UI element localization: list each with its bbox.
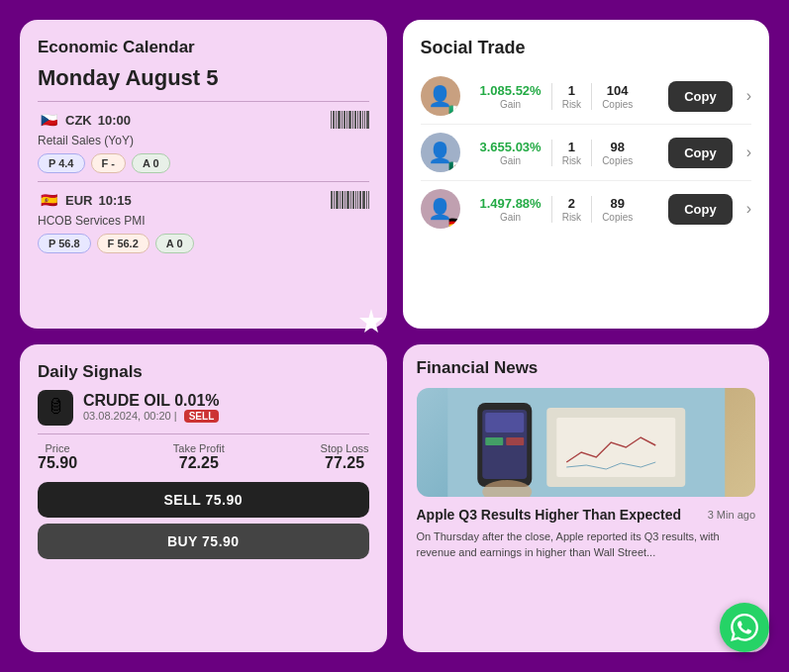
economic-calendar-date: Monday August 5 <box>38 65 369 91</box>
copy-button-2[interactable]: Copy <box>668 138 733 168</box>
time-eur: 10:15 <box>98 193 131 208</box>
risk-value-1: 1 <box>568 83 575 98</box>
copies-label-2: Copies <box>602 155 633 166</box>
risk-value-2: 1 <box>568 140 575 154</box>
chevron-right-3: › <box>746 200 751 218</box>
divider-2 <box>38 181 369 182</box>
stat-risk-1: 1 Risk <box>552 83 592 110</box>
stat-gain-1: 1.085.52% Gain <box>470 83 552 110</box>
divider-1 <box>38 101 369 102</box>
avatar-3: 👤 🇩🇪 <box>421 189 460 229</box>
flag-trader-2: 🇲🇽 <box>448 161 460 172</box>
risk-label-3: Risk <box>562 212 581 223</box>
eco-event-2-label: HCOB Services PMI <box>38 214 369 228</box>
eco-event-2: 🇪🇸 EUR 10:15 HCOB Services PMI P 56.8 F … <box>38 190 369 253</box>
currency-eur: EUR <box>65 193 92 208</box>
svg-marker-9 <box>359 309 383 333</box>
news-image-inner <box>417 388 756 497</box>
chevron-right-2: › <box>746 144 751 161</box>
svg-rect-2 <box>556 418 675 477</box>
gain-label-1: Gain <box>500 99 521 110</box>
eco-event-2-tags: P 56.8 F 56.2 A 0 <box>38 234 369 253</box>
stat-gain-2: 3.655.03% Gain <box>470 140 552 166</box>
time-czk: 10:00 <box>98 113 131 128</box>
daily-signals-card: Daily Signals 🛢 CRUDE OIL 0.01% 03.08.20… <box>20 344 387 653</box>
stat-copies-1: 104 Copies <box>592 83 642 110</box>
oil-icon: 🛢 <box>38 390 73 426</box>
signal-meta: 03.08.2024, 00:20 | SELL <box>83 410 220 423</box>
tag-a-1: A 0 <box>132 153 170 173</box>
avatar-1: 👤 🇮🇪 <box>421 76 460 116</box>
flag-trader-3: 🇩🇪 <box>448 218 460 229</box>
tag-p-1: P 4.4 <box>38 153 85 173</box>
whatsapp-button[interactable] <box>720 603 769 652</box>
gain-label-3: Gain <box>500 212 521 223</box>
eco-event-1-left: 🇨🇿 CZK 10:00 <box>38 113 131 128</box>
financial-news-card: Financial News <box>403 344 770 653</box>
tag-p-2: P 56.8 <box>38 234 91 253</box>
news-article-title: Apple Q3 Results Higher Than Expected <box>417 507 700 523</box>
news-image <box>417 388 756 497</box>
economic-calendar-title: Economic Calendar <box>38 38 369 57</box>
star-svg <box>356 307 386 336</box>
stop-loss-label: Stop Loss <box>321 442 369 454</box>
stat-risk-2: 1 Risk <box>552 140 592 166</box>
svg-rect-7 <box>506 437 524 445</box>
news-article-title-row: Apple Q3 Results Higher Than Expected 3 … <box>417 507 756 523</box>
tag-a-2: A 0 <box>155 234 194 253</box>
eco-event-2-header: 🇪🇸 EUR 10:15 <box>38 190 369 210</box>
take-profit-label: Take Profit <box>173 442 225 454</box>
stat-risk-3: 2 Risk <box>552 196 592 223</box>
flag-trader-1: 🇮🇪 <box>448 105 460 116</box>
news-excerpt: On Thursday after the close, Apple repor… <box>417 528 756 561</box>
signal-info: CRUDE OIL 0.01% 03.08.2024, 00:20 | SELL <box>83 392 220 423</box>
signal-separator: | <box>174 410 180 422</box>
tag-f-2: F 56.2 <box>97 234 149 253</box>
barcode-1 <box>331 110 369 130</box>
gain-label-2: Gain <box>500 155 521 166</box>
flag-eur: 🇪🇸 <box>38 193 59 208</box>
price-value: 75.90 <box>38 454 77 472</box>
risk-label-2: Risk <box>562 155 581 166</box>
sell-badge: SELL <box>184 410 220 423</box>
signal-divider <box>38 433 369 434</box>
stat-copies-2: 98 Copies <box>592 140 642 166</box>
eco-event-1-tags: P 4.4 F - A 0 <box>38 153 369 173</box>
tag-f-1: F - <box>91 153 126 173</box>
signal-prices: Price 75.90 Take Profit 72.25 Stop Loss … <box>38 442 369 472</box>
stop-loss-value: 77.25 <box>325 454 364 472</box>
sell-button[interactable]: SELL 75.90 <box>38 482 369 518</box>
gain-value-2: 3.655.03% <box>480 140 542 154</box>
news-time: 3 Min ago <box>708 509 755 521</box>
eco-event-2-left: 🇪🇸 EUR 10:15 <box>38 193 132 208</box>
copies-label-1: Copies <box>602 99 633 110</box>
flag-czk: 🇨🇿 <box>38 113 59 128</box>
risk-label-1: Risk <box>562 99 581 110</box>
barcode-2 <box>331 190 369 210</box>
copies-value-1: 104 <box>607 83 629 98</box>
take-profit-col: Take Profit 72.25 <box>173 442 225 472</box>
trader-row-1: 👤 🇮🇪 1.085.52% Gain 1 Risk 104 Copies Co… <box>421 68 752 125</box>
copy-button-1[interactable]: Copy <box>668 81 733 112</box>
star-decoration <box>356 307 386 336</box>
stat-gain-3: 1.497.88% Gain <box>470 196 552 223</box>
trader-1-stats: 1.085.52% Gain 1 Risk 104 Copies <box>470 83 659 110</box>
gain-value-1: 1.085.52% <box>480 83 542 98</box>
social-trade-title: Social Trade <box>421 38 752 58</box>
financial-news-title: Financial News <box>417 358 756 378</box>
copy-button-3[interactable]: Copy <box>668 194 733 225</box>
social-trade-card: Social Trade 👤 🇮🇪 1.085.52% Gain 1 Risk … <box>403 20 770 329</box>
economic-calendar-card: Economic Calendar Monday August 5 🇨🇿 CZK… <box>20 20 387 329</box>
buy-button[interactable]: BUY 75.90 <box>38 524 369 559</box>
svg-rect-6 <box>485 437 503 445</box>
avatar-2: 👤 🇲🇽 <box>421 133 460 172</box>
copies-label-3: Copies <box>602 212 633 223</box>
trader-row-2: 👤 🇲🇽 3.655.03% Gain 1 Risk 98 Copies Cop… <box>421 125 752 181</box>
trader-row-3: 👤 🇩🇪 1.497.88% Gain 2 Risk 89 Copies Cop… <box>421 181 752 237</box>
take-profit-value: 72.25 <box>179 454 219 472</box>
stop-loss-col: Stop Loss 77.25 <box>321 442 369 472</box>
trader-2-stats: 3.655.03% Gain 1 Risk 98 Copies <box>470 140 659 166</box>
signal-header: 🛢 CRUDE OIL 0.01% 03.08.2024, 00:20 | SE… <box>38 390 369 426</box>
gain-value-3: 1.497.88% <box>480 196 542 211</box>
trader-3-stats: 1.497.88% Gain 2 Risk 89 Copies <box>470 196 659 223</box>
